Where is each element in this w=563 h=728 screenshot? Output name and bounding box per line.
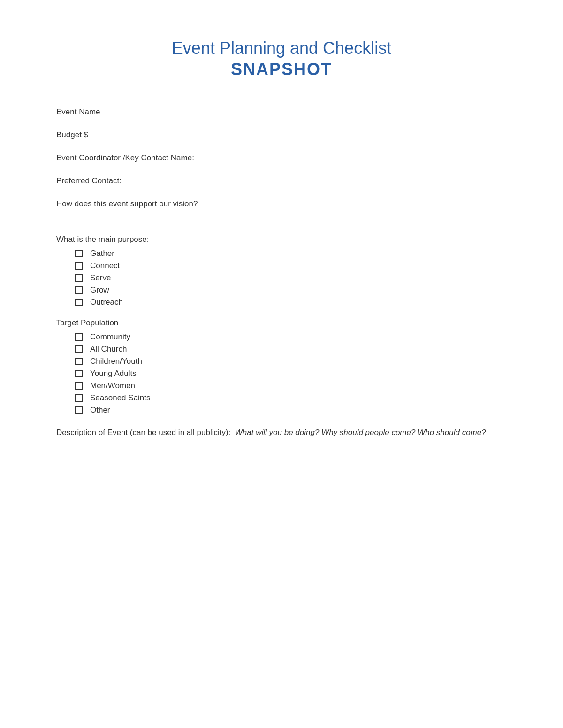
checkbox-community[interactable]	[75, 333, 83, 341]
item-connect-label: Connect	[90, 261, 120, 270]
list-item: Community	[75, 332, 507, 342]
checkbox-all-church[interactable]	[75, 345, 83, 353]
item-outreach-label: Outreach	[90, 298, 123, 307]
item-men-women-label: Men/Women	[90, 381, 135, 390]
list-item: Seasoned Saints	[75, 393, 507, 403]
event-name-label: Event Name	[56, 107, 100, 116]
list-item: Children/Youth	[75, 357, 507, 366]
checkbox-serve[interactable]	[75, 274, 83, 282]
checkbox-connect[interactable]	[75, 262, 83, 270]
checkbox-grow[interactable]	[75, 286, 83, 294]
item-other-label: Other	[90, 405, 110, 415]
description-static-text: Description of Event (can be used in all…	[56, 428, 230, 437]
description-italic-text: What will you be doing? Why should peopl…	[235, 428, 486, 437]
budget-label: Budget $	[56, 130, 88, 139]
target-population-section: Target Population Community All Church C…	[56, 318, 507, 415]
preferred-contact-field: Preferred Contact:	[56, 176, 507, 186]
main-purpose-list: Gather Connect Serve Grow Outreach	[56, 249, 507, 307]
page-title-line2: SNAPSHOT	[56, 60, 507, 79]
budget-input-line[interactable]	[95, 130, 179, 140]
target-population-list: Community All Church Children/Youth Youn…	[56, 332, 507, 415]
vision-question: How does this event support our vision?	[56, 199, 507, 209]
checkbox-seasoned-saints[interactable]	[75, 394, 83, 402]
item-gather-label: Gather	[90, 249, 114, 258]
event-name-input-line[interactable]	[107, 107, 295, 117]
description-section: Description of Event (can be used in all…	[56, 426, 507, 439]
list-item: Young Adults	[75, 369, 507, 378]
checkbox-other[interactable]	[75, 406, 83, 414]
list-item: Gather	[75, 249, 507, 258]
form-section: Event Name Budget $ Event Coordinator /K…	[56, 107, 507, 439]
item-young-adults-label: Young Adults	[90, 369, 137, 378]
list-item: All Church	[75, 345, 507, 354]
item-all-church-label: All Church	[90, 345, 127, 354]
list-item: Other	[75, 405, 507, 415]
coordinator-field: Event Coordinator /Key Contact Name:	[56, 153, 507, 163]
list-item: Serve	[75, 273, 507, 283]
checkbox-children-youth[interactable]	[75, 358, 83, 365]
main-purpose-label: What is the main purpose:	[56, 235, 507, 244]
coordinator-input-line[interactable]	[201, 153, 426, 163]
list-item: Grow	[75, 285, 507, 295]
item-seasoned-saints-label: Seasoned Saints	[90, 393, 151, 403]
coordinator-label: Event Coordinator /Key Contact Name:	[56, 153, 194, 162]
checkbox-gather[interactable]	[75, 250, 83, 257]
list-item: Outreach	[75, 298, 507, 307]
checkbox-outreach[interactable]	[75, 299, 83, 306]
item-children-youth-label: Children/Youth	[90, 357, 142, 366]
preferred-contact-input-line[interactable]	[128, 176, 316, 186]
checkbox-young-adults[interactable]	[75, 370, 83, 377]
page-title-line1: Event Planning and Checklist	[56, 38, 507, 60]
event-name-field: Event Name	[56, 107, 507, 117]
list-item: Connect	[75, 261, 507, 270]
main-purpose-section: What is the main purpose: Gather Connect…	[56, 235, 507, 307]
item-serve-label: Serve	[90, 273, 111, 283]
preferred-contact-label: Preferred Contact:	[56, 176, 122, 185]
budget-field: Budget $	[56, 130, 507, 140]
checkbox-men-women[interactable]	[75, 382, 83, 390]
item-community-label: Community	[90, 332, 130, 342]
target-population-label: Target Population	[56, 318, 507, 328]
item-grow-label: Grow	[90, 285, 109, 295]
list-item: Men/Women	[75, 381, 507, 390]
page-header: Event Planning and Checklist SNAPSHOT	[56, 38, 507, 79]
